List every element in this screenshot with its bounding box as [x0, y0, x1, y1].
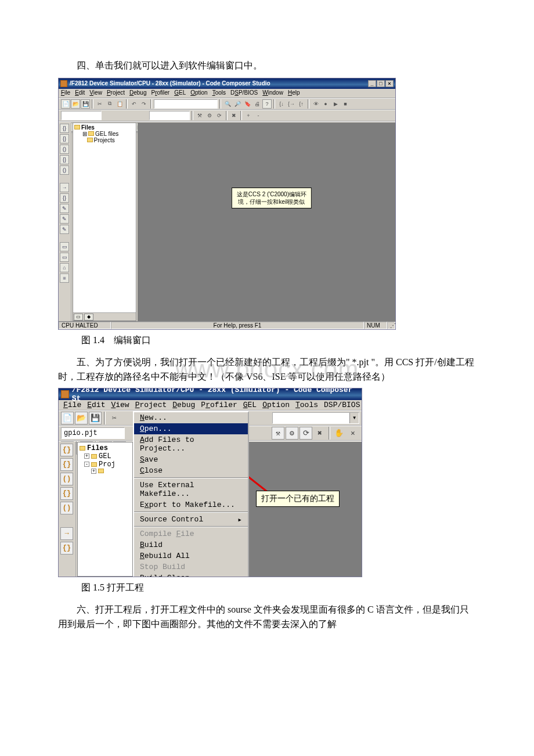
dock-btn-5[interactable]: (): [60, 165, 69, 175]
compile-icon[interactable]: ⚒: [272, 427, 284, 440]
build-icon[interactable]: ⚙: [286, 427, 298, 440]
dock-btn-10[interactable]: ✎: [60, 225, 69, 234]
save-icon[interactable]: 💾: [89, 412, 102, 424]
cut-icon[interactable]: ✂: [95, 99, 104, 109]
find-next-icon[interactable]: 🔎: [233, 99, 242, 109]
breakpoint-clear-icon[interactable]: ⨯: [347, 427, 359, 440]
menu-item-export-makefile[interactable]: Export to Makefile...: [134, 499, 248, 510]
menu-profiler[interactable]: Profiler: [151, 89, 169, 97]
expand-icon[interactable]: +: [84, 453, 89, 459]
dock-btn-2[interactable]: {}: [60, 458, 73, 471]
menu-project[interactable]: Project: [107, 89, 125, 97]
tree-tab-2[interactable]: ◆: [84, 314, 93, 321]
menu-item-build[interactable]: Build: [134, 539, 248, 550]
close-button[interactable]: ×: [385, 80, 394, 87]
menu-item-use-external-makefile[interactable]: Use External Makefile...: [134, 480, 248, 499]
project-combo[interactable]: gpio.pjt: [61, 427, 125, 439]
project-tree[interactable]: Files +GEL -Proj +: [77, 442, 133, 577]
step-over-icon[interactable]: {→: [287, 99, 296, 109]
dock-btn-5[interactable]: (): [60, 502, 73, 514]
cut-icon[interactable]: ✂: [108, 412, 121, 424]
project-combo[interactable]: [61, 111, 102, 120]
menu-file[interactable]: File: [61, 89, 70, 97]
menu-tools[interactable]: Tools: [294, 401, 319, 409]
redo-icon[interactable]: ↷: [139, 99, 149, 109]
menu-window[interactable]: Window: [262, 89, 283, 97]
menu-view[interactable]: View: [110, 401, 130, 409]
menu-profiler[interactable]: Profiler: [200, 401, 238, 409]
menu-item-new[interactable]: New...: [134, 412, 248, 423]
menu-dspbios[interactable]: DSP/BIOS: [323, 401, 361, 409]
menu-gel[interactable]: GEL: [174, 89, 186, 97]
dock-btn-3[interactable]: (): [60, 473, 73, 485]
dock-btn-9[interactable]: ✎: [60, 214, 69, 224]
step-out-icon[interactable]: {↑: [297, 99, 306, 109]
dock-btn-2[interactable]: {}: [60, 134, 69, 143]
open-file-icon[interactable]: 📂: [71, 99, 80, 109]
chevron-down-icon[interactable]: ▾: [349, 413, 359, 423]
new-file-icon[interactable]: 📄: [61, 412, 74, 424]
collapse-icon[interactable]: -: [84, 462, 89, 467]
new-file-icon[interactable]: 📄: [61, 99, 70, 109]
dock-btn-8[interactable]: ✎: [60, 204, 69, 213]
find-icon[interactable]: 🔍: [223, 99, 232, 109]
menu-project[interactable]: Project: [134, 401, 168, 409]
search-combo[interactable]: ▾: [272, 412, 359, 424]
stop-build-icon[interactable]: ✖: [313, 427, 326, 440]
dock-btn-7[interactable]: {}: [60, 542, 73, 555]
minimize-button[interactable]: _: [368, 80, 376, 87]
print-icon[interactable]: 🖨: [252, 99, 262, 109]
dock-btn-11[interactable]: ▭: [60, 242, 69, 251]
paste-icon[interactable]: 📋: [115, 99, 124, 109]
step-into-icon[interactable]: {↓: [277, 99, 286, 109]
config-combo[interactable]: [149, 111, 190, 120]
menu-debug[interactable]: Debug: [129, 89, 146, 97]
run-icon[interactable]: ▶: [331, 99, 340, 109]
menu-item-rebuild-all[interactable]: Rebuild All: [134, 550, 248, 561]
maximize-button[interactable]: □: [377, 80, 385, 87]
dock-btn-3[interactable]: (): [60, 145, 69, 154]
menu-item-build-clean[interactable]: Build Clean: [134, 573, 248, 577]
build-all-icon[interactable]: ⚙: [205, 111, 214, 120]
zoom-out-icon[interactable]: -: [254, 111, 263, 120]
zoom-in-icon[interactable]: +: [244, 111, 253, 120]
dock-btn-4[interactable]: {}: [60, 487, 73, 500]
menu-option[interactable]: Option: [261, 401, 291, 409]
menu-item-save[interactable]: Save: [134, 454, 248, 465]
dock-btn-1[interactable]: {}: [60, 444, 73, 456]
dock-btn-7[interactable]: {}: [60, 193, 69, 203]
rebuild-icon[interactable]: ⟳: [215, 111, 224, 120]
dock-btn-12[interactable]: ▭: [60, 253, 69, 262]
dock-btn-6[interactable]: →: [60, 527, 73, 540]
project-tree[interactable]: Files ⊞ GEL files Projects ▭ ◆: [73, 123, 136, 321]
dock-btn-4[interactable]: {}: [60, 155, 69, 164]
bookmark-icon[interactable]: 🔖: [243, 99, 252, 109]
menu-item-add-files[interactable]: Add Files to Project...: [134, 434, 248, 454]
open-file-icon[interactable]: 📂: [75, 412, 88, 424]
breakpoint-icon[interactable]: ●: [321, 99, 330, 109]
tree-tab-1[interactable]: ▭: [74, 314, 83, 321]
menu-debug[interactable]: Debug: [171, 401, 196, 409]
undo-icon[interactable]: ↶: [129, 99, 139, 109]
help-icon[interactable]: ?: [262, 99, 272, 109]
dock-btn-6[interactable]: →: [60, 183, 69, 192]
expand-icon[interactable]: +: [91, 469, 96, 474]
menu-dspbios[interactable]: DSP/BIOS: [230, 89, 258, 97]
compile-icon[interactable]: ⚒: [195, 111, 204, 120]
stop-build-icon[interactable]: ✖: [229, 111, 239, 120]
watch-icon[interactable]: 👁: [311, 99, 320, 109]
menu-item-source-control[interactable]: Source Control▸: [134, 514, 248, 525]
menu-view[interactable]: View: [89, 89, 102, 97]
menu-item-open[interactable]: Open...: [134, 423, 248, 434]
save-icon[interactable]: 💾: [81, 99, 90, 109]
menu-edit[interactable]: Edit: [86, 401, 106, 409]
dock-btn-14[interactable]: ≡: [60, 273, 69, 283]
menu-tools[interactable]: Tools: [212, 89, 226, 97]
rebuild-icon[interactable]: ⟳: [300, 427, 312, 440]
search-combo[interactable]: [154, 99, 218, 109]
dock-btn-13[interactable]: ⌂: [60, 263, 69, 272]
halt-icon[interactable]: ■: [341, 99, 350, 109]
menu-edit[interactable]: Edit: [75, 89, 85, 97]
dock-btn-1[interactable]: {}: [60, 124, 69, 133]
breakpoint-toggle-icon[interactable]: ✋: [333, 427, 345, 440]
